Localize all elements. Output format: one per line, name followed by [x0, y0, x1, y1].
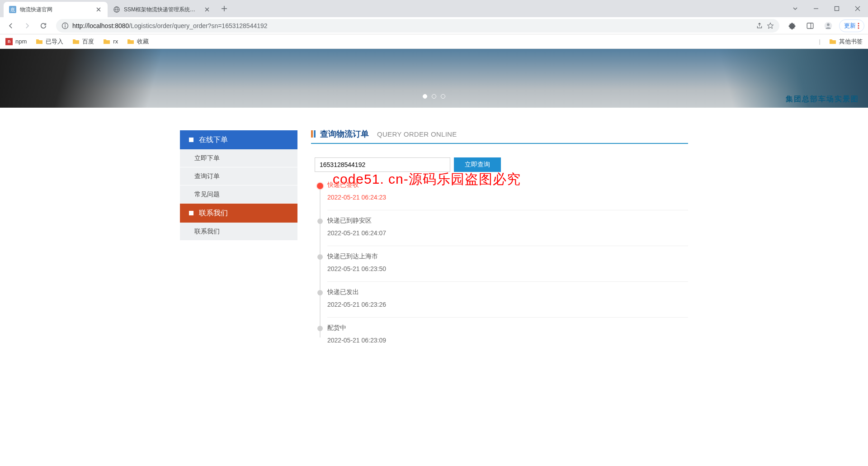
- svg-point-13: [858, 27, 859, 29]
- carousel-dot-2[interactable]: [432, 94, 436, 99]
- bookmark-rx[interactable]: rx: [103, 38, 118, 45]
- timeline-status: 快递已签收: [327, 181, 688, 189]
- close-icon[interactable]: [203, 6, 211, 13]
- timeline-status: 快递已到达上海市: [327, 252, 688, 261]
- sidebar-item-order-now[interactable]: 立即下单: [180, 149, 297, 167]
- browser-tab-1[interactable]: SSM框架物流快递管理系统后台: [108, 2, 216, 17]
- timeline-time: 2022-05-21 06:24:07: [327, 229, 688, 237]
- svg-rect-6: [65, 25, 65, 28]
- info-icon: [61, 22, 69, 29]
- bars-icon: [311, 130, 316, 138]
- query-form: 立即查询 code51. cn-源码乐园盗图必究: [315, 157, 688, 172]
- window-maximize-button[interactable]: [826, 0, 847, 17]
- sidebar-item-contact-us[interactable]: 联系我们: [180, 223, 297, 241]
- svg-point-12: [858, 25, 859, 26]
- main-content: 查询物流订单 QUERY ORDER ONLINE 立即查询 code51. c…: [311, 128, 688, 351]
- sidebar-header-contact: 联系我们: [180, 204, 297, 223]
- other-bookmarks[interactable]: | 其他书签: [819, 38, 863, 46]
- close-icon[interactable]: [95, 6, 102, 13]
- section-subtitle: QUERY ORDER ONLINE: [377, 130, 457, 138]
- svg-rect-7: [807, 23, 813, 29]
- favicon-icon: 底: [9, 6, 16, 13]
- bookmark-imported[interactable]: 已导入: [36, 38, 63, 46]
- profile-button[interactable]: [821, 19, 835, 33]
- folder-icon: [127, 38, 134, 45]
- timeline-item: 快递已到静安区 2022-05-21 06:24:07: [327, 214, 688, 244]
- browser-toolbar: http://localhost:8080/Logistics/order/qu…: [0, 17, 868, 34]
- svg-point-11: [858, 23, 859, 24]
- back-button[interactable]: [4, 19, 18, 33]
- timeline-time: 2022-05-21 06:23:50: [327, 265, 688, 272]
- order-number-input[interactable]: [315, 157, 450, 172]
- sidebar-header-order: 在线下单: [180, 130, 297, 149]
- carousel-dots: [423, 94, 445, 99]
- svg-point-5: [65, 24, 66, 25]
- tab-title: SSM框架物流快递管理系统后台: [124, 6, 200, 14]
- bookmark-npm[interactable]: nnpm: [5, 38, 27, 45]
- svg-text:底: 底: [10, 7, 15, 12]
- sidebar-item-faq[interactable]: 常见问题: [180, 185, 297, 204]
- bookmark-favorites[interactable]: 收藏: [127, 38, 149, 46]
- hero-banner: 集团总部车场实景图: [0, 49, 868, 108]
- share-icon[interactable]: [756, 22, 763, 29]
- timeline-item: 快递已到达上海市 2022-05-21 06:23:50: [327, 250, 688, 280]
- folder-icon: [72, 38, 80, 45]
- url-text: http://localhost:8080/Logistics/order/qu…: [72, 22, 752, 29]
- sidebar-item-query-order[interactable]: 查询订单: [180, 167, 297, 185]
- carousel-dot-3[interactable]: [441, 94, 445, 99]
- banner-caption: 集团总部车场实景图: [786, 95, 859, 104]
- timeline-time: 2022-05-21 06:24:23: [327, 194, 688, 201]
- reload-button[interactable]: [36, 19, 51, 33]
- update-button[interactable]: 更新: [839, 19, 864, 32]
- folder-icon: [829, 38, 836, 45]
- square-icon: [189, 138, 193, 142]
- browser-tab-0[interactable]: 底 物流快递官网: [4, 2, 108, 17]
- bookmark-baidu[interactable]: 百度: [72, 38, 94, 46]
- folder-icon: [103, 38, 110, 45]
- tab-title: 物流快递官网: [20, 6, 91, 14]
- npm-icon: n: [5, 38, 13, 45]
- chevron-down-icon[interactable]: [785, 0, 806, 17]
- carousel-dot-1[interactable]: [423, 94, 427, 99]
- window-minimize-button[interactable]: [806, 0, 826, 17]
- globe-icon: [113, 6, 120, 13]
- side-panel-button[interactable]: [803, 19, 817, 33]
- timeline-item: 快递已签收 2022-05-21 06:24:23: [327, 178, 688, 208]
- forward-button[interactable]: [20, 19, 34, 33]
- timeline-item: 配货中 2022-05-21 06:23:09: [327, 321, 688, 351]
- square-icon: [189, 211, 193, 215]
- section-title: 查询物流订单 QUERY ORDER ONLINE: [311, 128, 688, 144]
- section-heading: 查询物流订单: [320, 128, 369, 139]
- star-icon[interactable]: [767, 22, 774, 29]
- timeline-time: 2022-05-21 06:23:09: [327, 337, 688, 344]
- address-bar[interactable]: http://localhost:8080/Logistics/order/qu…: [56, 19, 779, 33]
- timeline-status: 配货中: [327, 324, 688, 332]
- tracking-timeline: 快递已签收 2022-05-21 06:24:23 快递已到静安区 2022-0…: [317, 178, 688, 351]
- bookmarks-bar: nnpm 已导入 百度 rx 收藏 | 其他书签: [0, 34, 868, 49]
- window-close-button[interactable]: [847, 0, 868, 17]
- timeline-status: 快递已到静安区: [327, 217, 688, 225]
- svg-rect-3: [835, 7, 839, 11]
- sidebar: 在线下单 立即下单 查询订单 常见问题 联系我们 联系我们: [180, 130, 297, 351]
- timeline-item: 快递已发出 2022-05-21 06:23:26: [327, 285, 688, 315]
- extensions-button[interactable]: [785, 19, 799, 33]
- timeline-status: 快递已发出: [327, 288, 688, 296]
- query-button[interactable]: 立即查询: [454, 157, 501, 172]
- svg-point-10: [827, 23, 830, 26]
- new-tab-button[interactable]: [218, 2, 231, 15]
- timeline-time: 2022-05-21 06:23:26: [327, 301, 688, 308]
- folder-icon: [36, 38, 43, 45]
- tab-strip: 底 物流快递官网 SSM框架物流快递管理系统后台: [0, 0, 868, 17]
